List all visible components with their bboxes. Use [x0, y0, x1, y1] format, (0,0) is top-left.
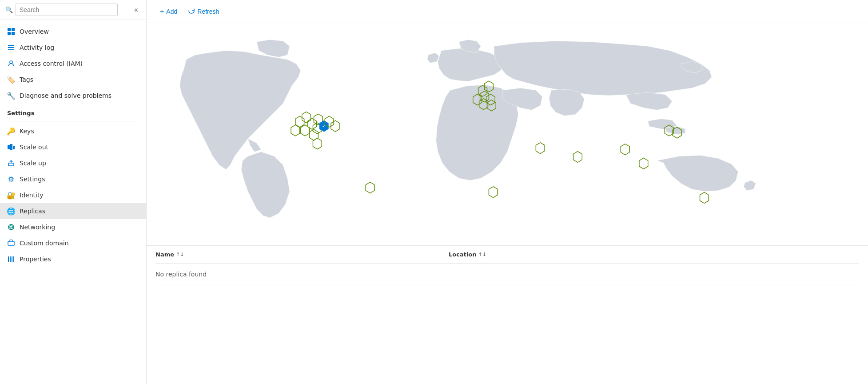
sidebar-item-properties[interactable]: Properties [0, 251, 146, 267]
sidebar-item-overview[interactable]: Overview [0, 24, 146, 40]
hex-marker [489, 187, 498, 198]
grid-icon [7, 28, 15, 36]
replicas-table: Name ↑↓ Location ↑↓ No replica found [147, 245, 868, 285]
sidebar-item-replicas[interactable]: 🌐 Replicas [0, 203, 146, 219]
svg-rect-4 [8, 45, 14, 46]
collapse-button[interactable]: « [131, 4, 141, 16]
settings-section-header: Settings [0, 104, 146, 119]
search-input[interactable] [16, 4, 118, 16]
svg-rect-6 [8, 49, 14, 50]
svg-rect-17 [13, 256, 14, 262]
sidebar-item-label: Tags [20, 76, 33, 83]
refresh-button[interactable]: Refresh [183, 4, 223, 18]
table-empty-message: No replica found [155, 264, 859, 285]
sort-icon-name[interactable]: ↑↓ [176, 252, 184, 257]
svg-rect-0 [8, 28, 11, 31]
sidebar-item-activity-log[interactable]: Activity log [0, 40, 146, 56]
sidebar: 🔍 « Overview Activity log [0, 0, 147, 384]
table-header: Name ↑↓ Location ↑↓ [155, 246, 859, 264]
network-icon [7, 223, 15, 231]
svg-rect-10 [13, 146, 15, 149]
sidebar-item-label: Scale up [20, 160, 46, 167]
gear-icon: ⚙️ [7, 175, 15, 183]
svg-rect-9 [10, 144, 12, 150]
globe-icon: 🌐 [7, 207, 15, 215]
properties-icon [7, 255, 15, 263]
svg-rect-15 [10, 256, 11, 262]
sidebar-item-label: Access control (IAM) [20, 60, 83, 67]
sidebar-item-label: Networking [20, 224, 55, 231]
col-location-header[interactable]: Location ↑↓ [449, 251, 859, 258]
hex-marker [313, 138, 322, 149]
hex-marker [573, 152, 582, 163]
toolbar: + Add Refresh [147, 0, 868, 23]
tag-icon: 🏷️ [7, 76, 15, 84]
hex-marker [301, 125, 310, 136]
search-icon: 🔍 [5, 6, 13, 13]
sidebar-item-diagnose[interactable]: 🔧 Diagnose and solve problems [0, 88, 146, 104]
hex-marker [621, 144, 629, 155]
svg-rect-5 [8, 47, 14, 48]
person-shield-icon [7, 60, 15, 68]
sidebar-item-keys[interactable]: 🔑 Keys [0, 123, 146, 139]
plus-icon: + [160, 8, 164, 16]
hex-marker [302, 112, 311, 123]
sidebar-item-label: Scale out [20, 144, 48, 151]
sidebar-item-label: Replicas [20, 208, 45, 215]
sidebar-item-access-control[interactable]: Access control (IAM) [0, 56, 146, 72]
hex-marker [639, 158, 648, 169]
col-location-label: Location [449, 251, 477, 258]
svg-rect-8 [8, 145, 10, 149]
svg-rect-14 [8, 256, 9, 262]
sidebar-item-label: Identity [20, 192, 44, 199]
col-name-header[interactable]: Name ↑↓ [155, 251, 449, 258]
refresh-label: Refresh [197, 8, 219, 15]
key-icon: 🔑 [7, 127, 15, 135]
svg-rect-3 [12, 32, 15, 35]
svg-rect-1 [12, 28, 15, 31]
sidebar-item-scale-up[interactable]: Scale up [0, 155, 146, 171]
main-content: + Add Refresh [147, 0, 868, 384]
sidebar-item-label: Diagnose and solve problems [20, 92, 111, 99]
sidebar-item-label: Custom domain [20, 240, 69, 247]
sort-icon-location[interactable]: ↑↓ [478, 252, 486, 257]
svg-text:✓: ✓ [322, 124, 326, 128]
refresh-icon [188, 7, 195, 16]
col-name-label: Name [155, 251, 174, 258]
hex-marker [366, 182, 374, 193]
svg-rect-13 [8, 241, 14, 245]
svg-rect-16 [12, 256, 12, 262]
add-label: Add [166, 8, 177, 15]
sidebar-item-label: Settings [20, 176, 45, 183]
scale-up-icon [7, 159, 15, 167]
sidebar-item-label: Properties [20, 256, 51, 263]
wrench-icon: 🔧 [7, 92, 15, 100]
world-map-container: ✓ [147, 23, 868, 245]
hex-marker [291, 125, 300, 136]
sidebar-item-tags[interactable]: 🏷️ Tags [0, 72, 146, 88]
sidebar-search-bar: 🔍 « [0, 0, 146, 20]
content-area: ✓ [147, 23, 868, 384]
svg-point-7 [10, 61, 12, 64]
custom-domain-icon [7, 239, 15, 247]
sidebar-item-label: Keys [20, 128, 34, 135]
sidebar-item-networking[interactable]: Networking [0, 219, 146, 235]
hex-marker [536, 143, 545, 154]
list-icon [7, 44, 15, 52]
add-button[interactable]: + Add [155, 5, 182, 18]
section-divider [7, 121, 139, 121]
sidebar-nav: Overview Activity log Access control (IA… [0, 20, 146, 271]
scale-out-icon [7, 143, 15, 151]
hex-marker [700, 192, 709, 204]
svg-rect-2 [8, 32, 11, 35]
hex-marker [331, 120, 340, 132]
svg-rect-11 [8, 163, 14, 166]
sidebar-item-identity[interactable]: 🔐 Identity [0, 187, 146, 203]
identity-icon: 🔐 [7, 191, 15, 199]
sidebar-item-scale-out[interactable]: Scale out [0, 139, 146, 155]
sidebar-item-custom-domain[interactable]: Custom domain [0, 235, 146, 251]
sidebar-item-label: Overview [20, 28, 49, 35]
world-map-svg: ✓ [160, 32, 855, 236]
sidebar-item-settings[interactable]: ⚙️ Settings [0, 171, 146, 187]
sidebar-item-label: Activity log [20, 44, 54, 51]
